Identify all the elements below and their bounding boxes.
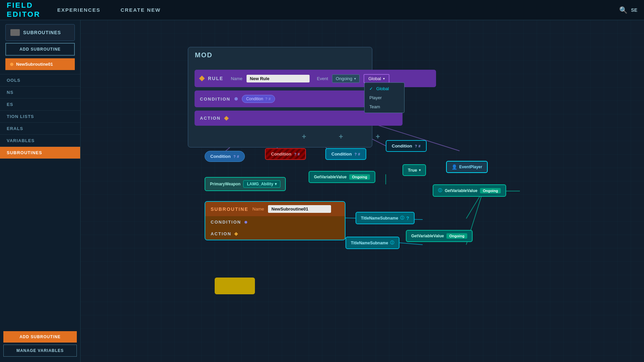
global-caret-icon: ▾: [383, 77, 385, 80]
info-circle-icon: ⓘ: [438, 188, 442, 193]
sub-condition-dot-icon: [245, 221, 247, 224]
sidebar-item-action-lists[interactable]: TION LISTS: [0, 111, 80, 123]
global-option-team[interactable]: Team: [365, 102, 404, 111]
ongoing-badge-2: Ongoing: [480, 188, 500, 193]
subroutine-list-item[interactable]: NewSubroutine01: [5, 58, 75, 70]
condition-section-label: CONDITION: [200, 97, 230, 102]
sidebar-bottom: ADD SUBROUTINE MANAGE VARIABLES: [0, 328, 80, 362]
question-icon-4: ?: [415, 144, 417, 148]
sub-condition-label: CONDITION: [211, 220, 241, 225]
hash-icon-3: #: [358, 152, 360, 156]
sidebar-item-tools[interactable]: OOLS: [0, 74, 80, 86]
get-variable-value-node-1[interactable]: GetVariableValue Ongoing: [309, 171, 375, 183]
event-caret-icon: ▾: [354, 77, 356, 80]
question-circle-icon-1[interactable]: ?: [406, 216, 409, 221]
sidebar-item-es[interactable]: ES: [0, 99, 80, 111]
global-option-global[interactable]: ✓ Global: [365, 84, 404, 93]
global-dropdown-menu: ✓ Global Player Team: [364, 82, 405, 113]
rule-event-dropdown[interactable]: Ongoing ▾: [332, 74, 360, 83]
subroutines-header: SUBROUTINES: [5, 24, 75, 41]
title-name-subname-node-2[interactable]: TitleNameSubname ⓘ: [345, 237, 399, 249]
nav-create-new[interactable]: CREATE NEW: [110, 7, 171, 13]
hash-icon: #: [269, 97, 271, 101]
action-diamond-icon: [224, 116, 229, 120]
info-icon-1: ⓘ: [400, 215, 404, 221]
manage-variables-button[interactable]: MANAGE VARIABLES: [3, 345, 77, 357]
question-icon-1: ?: [233, 155, 236, 159]
condition-chip[interactable]: Condition ? #: [242, 95, 275, 103]
get-variable-value-node-3[interactable]: GetVariableValue Ongoing: [406, 230, 473, 242]
hash-icon-4: #: [418, 144, 420, 148]
sidebar-item-subroutines[interactable]: SUBROUTINES: [0, 147, 80, 159]
condition-dot-icon: [234, 97, 238, 101]
hash-icon-1: #: [237, 155, 239, 159]
subroutine-condition-row: CONDITION: [205, 216, 345, 228]
question-icon-2: ?: [294, 152, 297, 156]
subroutine-block: SUBROUTINE Name CONDITION ACTION: [205, 201, 345, 240]
rule-global-dropdown[interactable]: Global ▾ ✓ Global Player Team: [364, 74, 389, 83]
get-variable-value-node-2[interactable]: ⓘ GetVariableValue Ongoing: [433, 184, 506, 197]
global-option-player[interactable]: Player: [365, 93, 404, 102]
subroutine-action-row: ACTION: [205, 228, 345, 240]
lamg-caret-icon: ▾: [275, 182, 277, 186]
subroutines-icon: [10, 29, 20, 36]
condition-node-red[interactable]: Condition ? #: [265, 148, 306, 160]
hash-icon-2: #: [298, 152, 300, 156]
subroutines-section: SUBROUTINES ADD SUBROUTINE NewSubroutine…: [0, 20, 80, 74]
event-player-node[interactable]: 👤 EventPlayer: [446, 161, 488, 173]
plus-button-2[interactable]: +: [339, 132, 343, 141]
subroutine-dot-icon: [10, 63, 13, 66]
ongoing-badge-1: Ongoing: [349, 174, 370, 180]
search-icon[interactable]: 🔍: [619, 6, 628, 14]
condition-node-cyan[interactable]: Condition ? #: [325, 148, 366, 160]
plus-button-1[interactable]: +: [302, 132, 306, 141]
rule-name-label: Name: [231, 76, 243, 81]
sidebar: SUBROUTINES ADD SUBROUTINE NewSubroutine…: [0, 20, 80, 362]
info-icon-2: ⓘ: [390, 240, 394, 246]
mod-label: MOD: [195, 51, 213, 59]
rule-label: RULE: [208, 76, 223, 81]
title-name-subname-node-1[interactable]: TitleNameSubname ⓘ ?: [356, 212, 415, 224]
sidebar-item-generals[interactable]: ERALS: [0, 123, 80, 135]
logo: FIELD EDITOR: [0, 1, 47, 19]
sub-action-label: ACTION: [211, 231, 231, 236]
question-icon: ?: [265, 97, 267, 101]
true-node[interactable]: True ▾: [402, 164, 426, 176]
ongoing-badge-3: Ongoing: [446, 233, 467, 239]
yellow-block: [215, 278, 255, 294]
nav-right: 🔍 SE: [619, 6, 644, 14]
person-icon: 👤: [451, 164, 457, 170]
condition-node-dark-cyan[interactable]: Condition ? #: [386, 140, 427, 152]
sub-action-diamond-icon: [234, 232, 238, 236]
chip-icons: ? #: [265, 97, 271, 101]
add-subroutine-bottom-button[interactable]: ADD SUBROUTINE: [3, 331, 77, 343]
subroutine-header: SUBROUTINE Name: [205, 202, 345, 216]
sidebar-item-variables[interactable]: VARIABLES: [0, 135, 80, 147]
nav-experiences[interactable]: EXPERIENCES: [47, 7, 111, 13]
rule-diamond-icon: [199, 76, 205, 81]
lamg-dropdown[interactable]: LAMG_Ability ▾: [243, 180, 280, 188]
subroutine-name-label: Name: [253, 206, 264, 212]
rule-row: RULE Name Event Ongoing ▾ Global ▾ ✓ Glo…: [195, 70, 436, 87]
add-subroutine-button[interactable]: ADD SUBROUTINE: [5, 43, 75, 56]
condition-node-blue[interactable]: Condition ? #: [205, 151, 245, 162]
top-navigation: FIELD EDITOR EXPERIENCES CREATE NEW 🔍 SE: [0, 0, 644, 20]
subroutine-label: SUBROUTINE: [211, 206, 249, 212]
question-icon-3: ?: [355, 152, 357, 156]
action-section-label: ACTION: [200, 116, 221, 121]
primary-weapon-node[interactable]: PrimaryWeapon LAMG_Ability ▾: [205, 177, 286, 191]
sidebar-item-ns[interactable]: NS: [0, 86, 80, 99]
rule-name-input[interactable]: [247, 75, 310, 82]
subroutine-name-input[interactable]: [268, 205, 331, 213]
checkmark-icon: ✓: [369, 86, 373, 91]
search-label: SE: [631, 7, 637, 13]
main-canvas: MOD RULE Name Event Ongoing ▾ Global ▾ ✓…: [80, 20, 644, 362]
subroutines-title: SUBROUTINES: [23, 30, 61, 35]
true-caret-icon: ▾: [419, 168, 421, 172]
rule-event-label: Event: [317, 76, 328, 81]
plus-button-3[interactable]: +: [376, 132, 380, 141]
mod-action-row: ACTION: [195, 111, 402, 126]
